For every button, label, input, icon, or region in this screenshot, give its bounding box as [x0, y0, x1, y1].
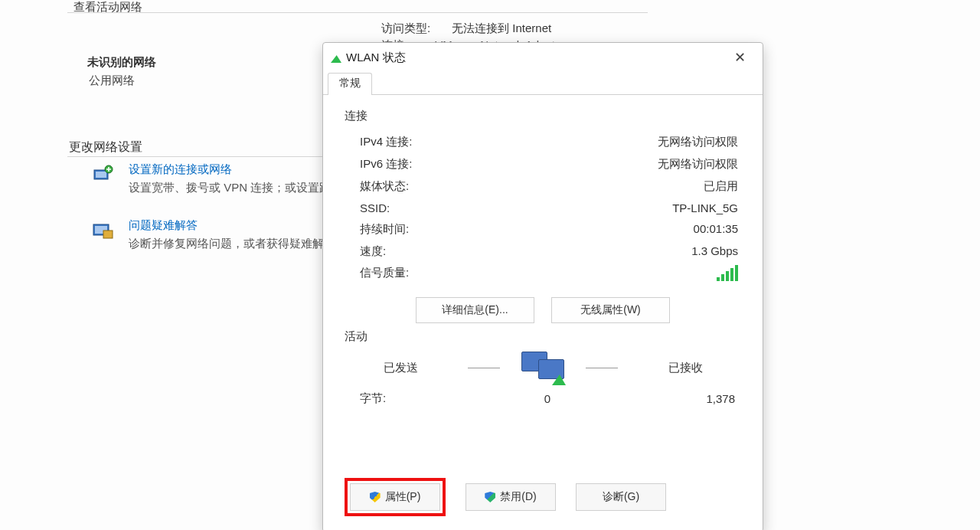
access-type-label: 访问类型:	[381, 21, 430, 36]
change-network-settings-heading: 更改网络设置	[69, 139, 142, 155]
bytes-received-value: 1,378	[643, 392, 735, 405]
close-icon: ✕	[734, 49, 746, 66]
sent-label: 已发送	[354, 361, 446, 375]
unrecognized-network-heading: 未识别的网络	[87, 55, 156, 70]
bytes-sent-value: 0	[452, 392, 643, 405]
svg-rect-5	[103, 231, 113, 238]
wifi-icon	[331, 52, 341, 63]
details-button[interactable]: 详细信息(E)...	[416, 297, 534, 323]
ssid-label: SSID:	[360, 201, 390, 214]
highlight-properties: 属性(P)	[345, 478, 446, 516]
shield-icon	[485, 492, 495, 502]
divider	[468, 368, 500, 368]
ipv4-value: 无网络访问权限	[658, 135, 738, 149]
signal-quality-label: 信号质量:	[360, 266, 409, 280]
ipv4-label: IPv4 连接:	[360, 135, 412, 149]
properties-button-label: 属性(P)	[385, 490, 421, 504]
media-state-label: 媒体状态:	[360, 179, 409, 194]
troubleshoot-icon	[90, 218, 116, 241]
ipv6-label: IPv6 连接:	[360, 157, 412, 172]
tab-general[interactable]: 常规	[328, 73, 372, 95]
divider	[586, 368, 618, 368]
ssid-value: TP-LINK_5G	[672, 201, 738, 214]
disable-button[interactable]: 禁用(D)	[466, 483, 556, 511]
svg-rect-1	[96, 172, 106, 178]
dialog-title: WLAN 状态	[346, 51, 724, 65]
diagnose-button[interactable]: 诊断(G)	[576, 483, 666, 511]
signal-bars-icon	[717, 265, 738, 281]
activity-monitors-icon	[521, 352, 564, 384]
received-label: 已接收	[639, 361, 731, 375]
shield-icon	[370, 492, 381, 502]
disable-button-label: 禁用(D)	[500, 490, 536, 504]
diagnose-button-label: 诊断(G)	[603, 490, 639, 504]
media-state-value: 已启用	[704, 179, 738, 194]
divider	[67, 12, 648, 13]
properties-button[interactable]: 属性(P)	[350, 483, 440, 511]
duration-value: 00:01:35	[694, 222, 738, 237]
speed-value: 1.3 Gbps	[691, 244, 738, 259]
wireless-properties-button[interactable]: 无线属性(W)	[551, 297, 670, 323]
activity-section-heading: 活动	[345, 329, 741, 344]
wlan-status-dialog: WLAN 状态 ✕ 常规 连接 IPv4 连接:无网络访问权限 IPv6 连接:…	[322, 42, 763, 530]
connection-section-heading: 连接	[345, 109, 741, 123]
ipv6-value: 无网络访问权限	[658, 157, 738, 172]
duration-label: 持续时间:	[360, 222, 409, 237]
close-button[interactable]: ✕	[724, 46, 755, 69]
public-network-label: 公用网络	[89, 74, 135, 88]
bytes-label: 字节:	[360, 391, 452, 406]
setup-connection-icon	[90, 162, 116, 185]
speed-label: 速度:	[360, 244, 386, 259]
access-type-value: 无法连接到 Internet	[452, 21, 551, 36]
